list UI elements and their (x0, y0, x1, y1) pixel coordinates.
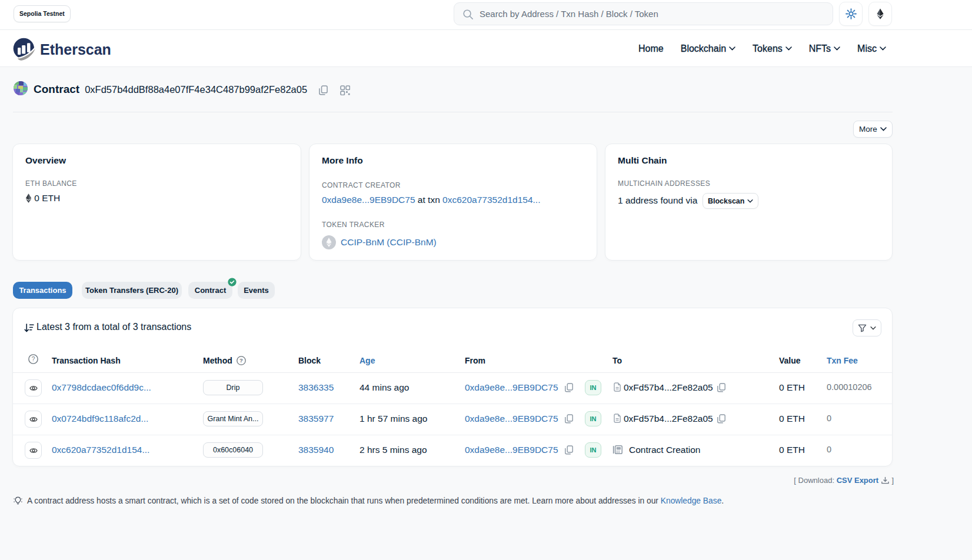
svg-text:?: ? (32, 356, 35, 362)
svg-text:?: ? (239, 357, 243, 364)
